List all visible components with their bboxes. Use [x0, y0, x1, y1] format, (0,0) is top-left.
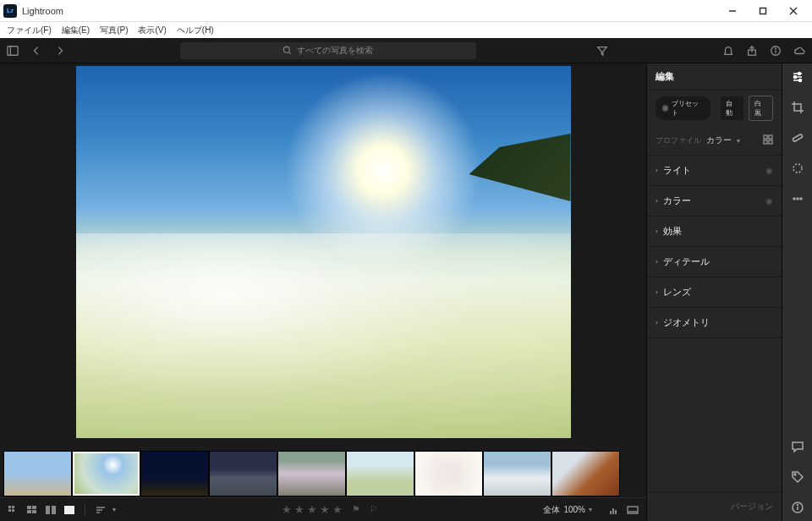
svg-rect-4	[8, 46, 18, 55]
bottom-toolbar: ▾ ★ ★ ★ ★ ★ ⚑ ⚐ 全体 100% ▾	[0, 497, 646, 521]
thumbnail[interactable]	[72, 451, 140, 496]
compare-view-icon[interactable]	[44, 504, 58, 516]
svg-point-13	[776, 47, 776, 48]
zoom-fit-label[interactable]: 全体	[543, 504, 560, 516]
svg-rect-15	[12, 506, 14, 508]
zoom-value[interactable]: 100%	[563, 505, 585, 514]
comments-icon[interactable]	[789, 438, 806, 455]
menu-file[interactable]: ファイル(F)	[3, 25, 55, 36]
profile-value: カラー	[706, 134, 732, 146]
healing-tool-icon[interactable]	[789, 129, 806, 146]
window-title: Lightroom	[22, 6, 717, 16]
sort-icon[interactable]	[94, 504, 107, 516]
svg-point-6	[284, 47, 290, 52]
search-input[interactable]: すべての写真を検索	[180, 42, 476, 59]
mask-tool-icon[interactable]	[789, 160, 806, 177]
back-arrow-icon[interactable]	[30, 45, 42, 57]
filmstrip[interactable]	[0, 450, 646, 497]
star-icon[interactable]: ★	[332, 503, 343, 516]
info-icon[interactable]	[770, 45, 782, 57]
eye-icon[interactable]: ◉	[765, 166, 773, 175]
sliders-tool-icon[interactable]	[789, 69, 806, 85]
section-label: レンズ	[663, 286, 773, 299]
app-icon: Lr	[3, 4, 17, 18]
grid-view-large-icon[interactable]	[25, 504, 39, 516]
svg-rect-34	[769, 135, 772, 139]
menu-photo[interactable]: 写真(P)	[96, 25, 131, 36]
svg-rect-22	[46, 506, 50, 514]
notification-bell-icon[interactable]	[722, 45, 734, 57]
section-label: カラー	[663, 195, 760, 207]
section-detail[interactable]: ›ディテール	[647, 247, 782, 277]
thumbnail[interactable]	[277, 451, 346, 496]
svg-rect-18	[27, 506, 31, 509]
keywords-icon[interactable]	[789, 469, 806, 485]
menu-edit[interactable]: 編集(E)	[58, 25, 93, 36]
filter-icon[interactable]	[596, 45, 608, 57]
single-view-icon[interactable]	[63, 504, 76, 516]
star-icon[interactable]: ★	[282, 503, 292, 516]
flag-reject-icon[interactable]: ⚐	[370, 504, 378, 515]
section-color[interactable]: ›カラー◉	[647, 186, 782, 217]
forward-arrow-icon[interactable]	[54, 45, 66, 57]
eye-icon[interactable]: ◉	[765, 196, 773, 206]
window-minimize-button[interactable]	[717, 1, 748, 21]
profile-label: プロファイル	[656, 135, 701, 146]
thumbnail[interactable]	[3, 451, 72, 496]
svg-rect-23	[52, 506, 56, 514]
svg-rect-21	[32, 510, 36, 513]
svg-marker-8	[598, 47, 607, 55]
menu-help[interactable]: ヘルプ(H)	[173, 25, 217, 36]
svg-rect-20	[27, 510, 31, 513]
profile-browser-icon[interactable]	[763, 133, 773, 148]
window-close-button[interactable]	[778, 1, 809, 21]
svg-point-46	[797, 198, 798, 200]
panel-toggle-icon[interactable]	[7, 45, 19, 57]
flag-pick-icon[interactable]: ⚑	[352, 504, 360, 515]
svg-point-42	[798, 80, 801, 82]
tool-rail	[782, 63, 812, 521]
thumbnail[interactable]	[414, 451, 483, 496]
section-label: ディテール	[663, 255, 773, 268]
section-lens[interactable]: ›レンズ	[647, 277, 782, 308]
share-icon[interactable]	[746, 45, 758, 57]
star-icon[interactable]: ★	[294, 503, 304, 516]
chevron-right-icon: ›	[656, 288, 658, 296]
thumbnail[interactable]	[346, 451, 414, 496]
bw-button[interactable]: 白黒	[749, 96, 773, 121]
chevron-right-icon: ›	[656, 228, 658, 235]
crop-tool-icon[interactable]	[789, 99, 806, 116]
svg-rect-30	[615, 510, 617, 514]
version-label[interactable]: バージョン	[647, 491, 782, 521]
menu-view[interactable]: 表示(V)	[134, 25, 169, 36]
svg-point-45	[793, 198, 795, 200]
thumbnail[interactable]	[551, 451, 620, 496]
preset-button[interactable]: プリセット	[656, 96, 710, 120]
star-icon[interactable]: ★	[307, 503, 317, 516]
window-maximize-button[interactable]	[748, 1, 778, 21]
cloud-sync-icon[interactable]	[793, 45, 805, 57]
section-effects[interactable]: ›効果	[647, 217, 782, 247]
svg-rect-24	[64, 506, 74, 514]
thumbnail[interactable]	[140, 451, 209, 496]
chevron-down-icon[interactable]: ▾	[112, 506, 116, 513]
thumbnail[interactable]	[483, 451, 551, 496]
chevron-down-icon: ▾	[737, 137, 740, 145]
section-light[interactable]: ›ライト◉	[647, 156, 782, 186]
chevron-down-icon[interactable]: ▾	[589, 506, 592, 513]
filmstrip-toggle-icon[interactable]	[626, 504, 639, 516]
svg-rect-16	[8, 509, 11, 512]
info-panel-icon[interactable]	[789, 499, 806, 516]
profile-row[interactable]: プロファイル カラー ▾	[647, 126, 782, 156]
thumbnail[interactable]	[209, 451, 277, 496]
histogram-icon[interactable]	[607, 504, 621, 516]
auto-button[interactable]: 自動	[721, 96, 743, 120]
more-tools-icon[interactable]	[789, 190, 806, 207]
section-geometry[interactable]: ›ジオメトリ	[647, 308, 782, 338]
photo-canvas[interactable]	[0, 63, 646, 450]
star-rating[interactable]: ★ ★ ★ ★ ★ ⚑ ⚐	[282, 503, 378, 516]
chevron-right-icon: ›	[656, 197, 658, 205]
grid-view-small-icon[interactable]	[7, 504, 20, 516]
star-icon[interactable]: ★	[320, 503, 330, 516]
edit-panel-title: 編集	[647, 63, 782, 90]
